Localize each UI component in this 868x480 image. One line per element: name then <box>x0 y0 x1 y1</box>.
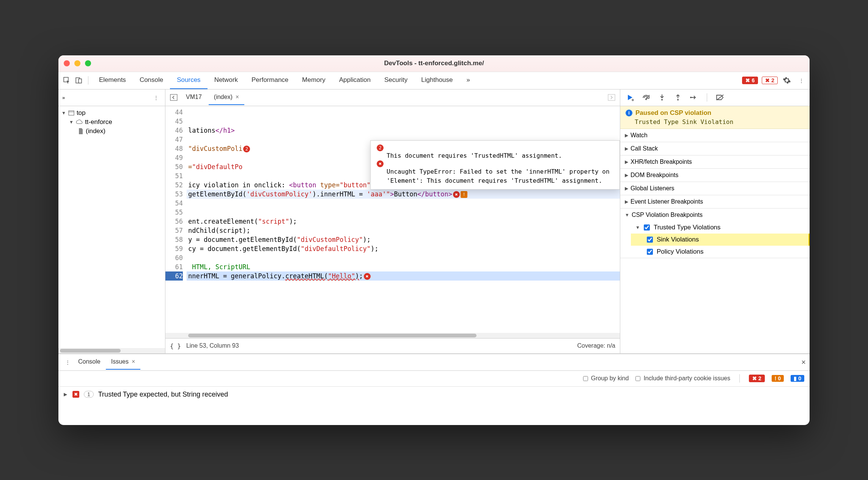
csp-sink-row[interactable]: Sink Violations <box>631 234 810 246</box>
section-watch[interactable]: ▶Watch <box>620 129 810 142</box>
drawer-info-badge[interactable]: ▮ 0 <box>791 375 804 382</box>
paused-detail: Trusted Type Sink Violation <box>626 118 804 125</box>
tree-site[interactable]: ▼ tt-enforce <box>58 118 165 127</box>
svg-rect-2 <box>79 79 82 83</box>
navigator-hscroll[interactable] <box>58 348 165 353</box>
deactivate-breakpoints-icon[interactable] <box>715 92 725 103</box>
window-title: DevTools - tt-enforced.glitch.me/ <box>384 60 484 67</box>
settings-icon[interactable] <box>782 75 792 86</box>
tab-application[interactable]: Application <box>332 72 377 89</box>
section-csp[interactable]: ▼CSP Violation Breakpoints <box>620 209 810 221</box>
tab-lighthouse[interactable]: Lighthouse <box>414 72 459 89</box>
maximize-window-button[interactable] <box>85 60 91 66</box>
kebab-menu-icon[interactable]: ⋮ <box>796 75 807 86</box>
svg-point-11 <box>690 97 692 98</box>
minimize-window-button[interactable] <box>74 60 80 66</box>
navigator-overflow[interactable]: » <box>62 95 65 100</box>
file-tree: ▼ top ▼ tt-enforce (index) <box>58 106 165 348</box>
section-event[interactable]: ▶Event Listener Breakpoints <box>620 195 810 208</box>
tooltip-msg-2: Uncaught TypeError: Failed to set the 'i… <box>376 167 614 185</box>
drawer-warn-badge[interactable]: ! 0 <box>772 375 784 382</box>
cursor-position: Line 53, Column 93 <box>186 342 239 349</box>
pretty-print-icon[interactable]: { } <box>170 342 181 350</box>
file-tab-index[interactable]: (index) × <box>209 90 244 105</box>
group-by-kind-label: Group by kind <box>591 375 629 382</box>
file-tab-index-label: (index) <box>214 94 233 100</box>
drawer-tab-issues-label: Issues <box>111 358 129 365</box>
tab-performance[interactable]: Performance <box>245 72 295 89</box>
devtools-window: DevTools - tt-enforced.glitch.me/ Elemen… <box>58 55 810 425</box>
issue-row-1[interactable]: ▶ ✖ 1 Trusted Type expected, but String … <box>58 387 810 402</box>
section-callstack[interactable]: ▶Call Stack <box>620 142 810 155</box>
window-icon <box>68 110 74 116</box>
section-global-label: Global Listeners <box>631 185 675 192</box>
drawer-tab-console[interactable]: Console <box>73 355 106 370</box>
third-party-checkbox[interactable] <box>635 376 640 381</box>
close-drawer-tab-icon[interactable]: × <box>132 358 135 365</box>
nav-forward-icon[interactable] <box>606 92 617 103</box>
step-icon[interactable] <box>689 92 699 103</box>
nav-back-icon[interactable] <box>168 92 179 103</box>
section-xhr[interactable]: ▶XHR/fetch Breakpoints <box>620 155 810 168</box>
error-count-badge[interactable]: ✖ 6 <box>742 77 758 84</box>
section-callstack-label: Call Stack <box>631 145 658 152</box>
tab-security[interactable]: Security <box>377 72 414 89</box>
drawer-toolbar: Group by kind Include third-party cookie… <box>58 371 810 387</box>
issues-count: 2 <box>771 77 774 83</box>
section-global[interactable]: ▶Global Listeners <box>620 182 810 195</box>
tab-sources[interactable]: Sources <box>170 72 207 89</box>
csp-policy-checkbox[interactable] <box>647 249 653 255</box>
inspect-element-icon[interactable] <box>61 75 72 86</box>
file-tabs-bar: VM17 (index) × <box>165 89 620 106</box>
tab-elements[interactable]: Elements <box>92 72 133 89</box>
section-dom[interactable]: ▶DOM Breakpoints <box>620 169 810 182</box>
line-53: getElementById('divCustomPolicy').innerH… <box>187 190 620 199</box>
drawer-info-count: 0 <box>798 375 801 381</box>
tab-network[interactable]: Network <box>208 72 245 89</box>
tab-console[interactable]: Console <box>133 72 170 89</box>
close-tab-icon[interactable]: × <box>236 94 239 100</box>
line-46: lations</h1> <box>187 126 620 135</box>
step-over-icon[interactable] <box>641 92 651 103</box>
tree-file[interactable]: (index) <box>58 127 165 136</box>
code-editor[interactable]: 44454647 48495051 52535455 56575859 6061… <box>165 106 620 333</box>
step-out-icon[interactable] <box>673 92 683 103</box>
drawer-err-badge[interactable]: ✖ 2 <box>749 375 765 382</box>
group-by-kind-check[interactable]: Group by kind <box>583 375 629 382</box>
navigator-menu-icon[interactable]: ⋮ <box>151 92 161 103</box>
tab-overflow[interactable]: » <box>460 72 477 89</box>
drawer-tabsbar: ⋮ Console Issues× × <box>58 354 810 371</box>
csp-tt-checkbox[interactable] <box>644 224 650 231</box>
csp-tt-label: Trusted Type Violations <box>654 224 720 231</box>
issue-text: Trusted Type expected, but String receiv… <box>98 391 228 398</box>
tab-memory[interactable]: Memory <box>295 72 332 89</box>
editor-hscroll[interactable] <box>165 333 620 338</box>
panel-tabs: Elements Console Sources Network Perform… <box>92 72 477 89</box>
svg-point-9 <box>661 99 663 100</box>
file-tab-vm17[interactable]: VM17 <box>181 90 207 105</box>
step-into-icon[interactable] <box>657 92 667 103</box>
info-icon: i <box>626 110 632 116</box>
drawer-menu-icon[interactable]: ⋮ <box>62 357 73 367</box>
section-watch-label: Watch <box>631 132 648 139</box>
svg-point-8 <box>645 99 647 100</box>
drawer-tab-issues[interactable]: Issues× <box>106 355 141 370</box>
tree-site-label: tt-enforce <box>85 118 112 126</box>
third-party-check[interactable]: Include third-party cookie issues <box>635 375 730 382</box>
svg-rect-6 <box>608 94 615 100</box>
svg-rect-5 <box>170 94 177 100</box>
tree-file-label: (index) <box>86 127 105 135</box>
drawer-tab-console-label: Console <box>78 358 101 365</box>
traffic-lights <box>64 60 91 66</box>
close-drawer-icon[interactable]: × <box>801 358 806 367</box>
file-tab-vm17-label: VM17 <box>186 94 202 100</box>
csp-sink-checkbox[interactable] <box>647 237 653 243</box>
group-by-kind-checkbox[interactable] <box>583 376 588 381</box>
issues-count-badge[interactable]: ✖ 2 <box>762 77 778 84</box>
resume-icon[interactable] <box>625 92 635 103</box>
tree-top[interactable]: ▼ top <box>58 108 165 118</box>
close-window-button[interactable] <box>64 60 70 66</box>
csp-tt-row[interactable]: ▼Trusted Type Violations <box>631 221 810 234</box>
device-toolbar-icon[interactable] <box>74 75 84 86</box>
csp-policy-row[interactable]: Policy Violations <box>631 246 810 258</box>
